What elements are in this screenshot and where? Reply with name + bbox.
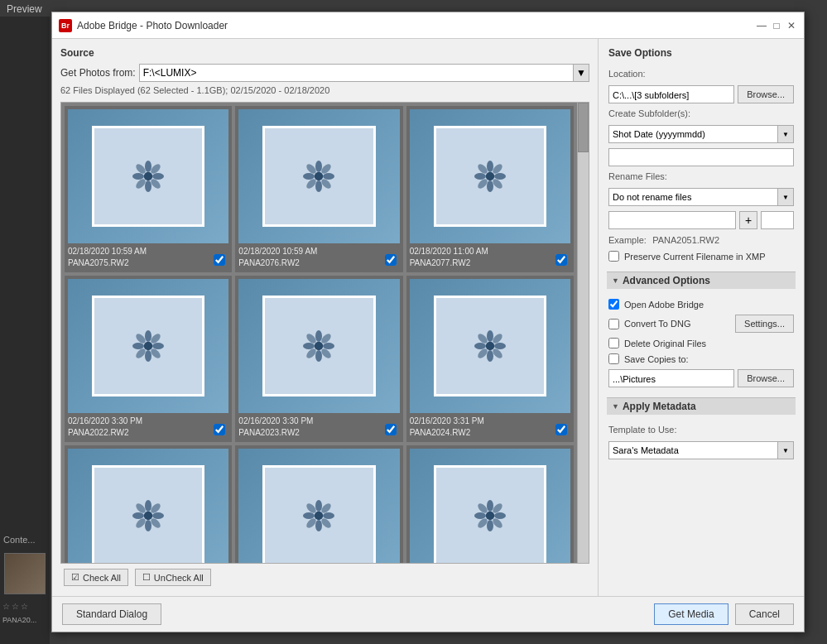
check-all-button[interactable]: ☑ Check All: [64, 569, 128, 586]
svg-point-19: [315, 172, 323, 180]
subfolder-input[interactable]: [608, 148, 794, 166]
flower-svg: [474, 499, 507, 532]
photo-meta: 02/18/2020 10:59 AM PANA2075.RW2: [68, 246, 228, 269]
sidebar-filename: PANA20...: [2, 616, 36, 624]
photo-checkbox[interactable]: [385, 424, 397, 435]
save-copies-path-row: ...\Pictures Browse...: [608, 369, 794, 387]
delete-originals-checkbox[interactable]: [608, 338, 619, 348]
location-path: C:\...\[3 subfolders]: [608, 85, 734, 103]
location-browse-button[interactable]: Browse...: [738, 85, 794, 103]
svg-point-71: [315, 500, 322, 512]
plus-input[interactable]: [761, 211, 794, 229]
svg-point-49: [315, 342, 323, 350]
photo-meta: 02/16/2020 3:30 PM PANA2022.RW2: [68, 416, 228, 439]
photo-meta: 02/18/2020 10:59 AM PANA2076.RW2: [238, 246, 399, 269]
apply-metadata-section: Template to Use: Sara's Metadata ▼: [608, 425, 794, 459]
photo-cell: 02/16/2020 3:30 PM PANA2023.RW2: [235, 276, 402, 442]
rename-text-input[interactable]: [608, 211, 736, 229]
svg-point-23: [474, 173, 486, 180]
sidebar-thumbnail: [4, 553, 46, 594]
save-copies-browse-button[interactable]: Browse...: [738, 369, 794, 387]
restore-button[interactable]: □: [771, 20, 782, 31]
svg-point-62: [145, 520, 151, 531]
photo-filename: PANA2022.RW2: [68, 427, 228, 439]
left-sidebar: Conte... ☆ ☆ ☆ PANA20...: [0, 17, 50, 644]
photo-checkbox[interactable]: [555, 254, 567, 266]
photo-date: 02/16/2020 3:31 PM: [410, 416, 570, 427]
svg-point-34: [152, 343, 164, 349]
example-row: Example: PANA2051.RW2: [608, 234, 794, 246]
advanced-options-section: Open Adobe Bridge Convert To DNG Setting…: [608, 299, 794, 387]
svg-point-82: [487, 520, 493, 531]
flower-svg: [302, 329, 335, 363]
svg-point-33: [132, 343, 144, 349]
uncheck-all-button[interactable]: ☐ UnCheck All: [135, 569, 211, 586]
get-photos-dropdown-arrow[interactable]: ▼: [573, 64, 589, 82]
photo-checkbox[interactable]: [555, 424, 567, 435]
minimize-button[interactable]: —: [756, 20, 767, 31]
photo-cell: 02/16/2020 3:31 PM PANA2024.RW2: [406, 276, 574, 442]
cancel-button[interactable]: Cancel: [735, 603, 794, 625]
photo-checkbox[interactable]: [214, 424, 225, 435]
template-select-wrapper: Sara's Metadata ▼: [608, 441, 794, 459]
dialog-footer: Standard Dialog Get Media Cancel: [52, 596, 804, 632]
photo-inner: [262, 296, 375, 396]
svg-point-59: [486, 342, 494, 350]
photo-inner: [92, 465, 204, 563]
svg-point-11: [315, 161, 322, 172]
example-value: PANA2051.RW2: [652, 235, 719, 245]
photo-cell: 02/18/2020 10:59 AM PANA2075.RW2: [65, 106, 232, 272]
photo-filename: PANA2077.RW2: [410, 257, 570, 269]
footer-right: Get Media Cancel: [654, 603, 794, 625]
left-panel: Source Get Photos from: ▼ 62 Files Displ…: [52, 39, 599, 596]
subfolder-select[interactable]: Shot Date (yyyymmdd): [608, 125, 794, 143]
close-button[interactable]: ✕: [786, 20, 797, 31]
advanced-options-arrow: ▼: [612, 276, 619, 285]
rename-select[interactable]: Do not rename files: [608, 188, 794, 206]
get-photos-input[interactable]: [139, 64, 574, 82]
scroll-thumb[interactable]: [578, 103, 589, 152]
svg-point-64: [152, 512, 164, 519]
rename-select-wrapper: Do not rename files ▼: [608, 188, 794, 206]
svg-point-9: [144, 172, 152, 180]
photo-checkbox[interactable]: [385, 254, 397, 266]
svg-point-4: [152, 173, 164, 180]
photo-inner: [434, 296, 546, 396]
open-bridge-checkbox[interactable]: [608, 299, 619, 310]
svg-point-81: [487, 500, 493, 512]
photo-filename: PANA2024.RW2: [410, 427, 570, 439]
svg-point-22: [487, 180, 493, 192]
open-bridge-label: Open Adobe Bridge: [624, 300, 704, 310]
location-row: C:\...\[3 subfolders] Browse...: [608, 85, 794, 103]
photo-checkbox[interactable]: [214, 254, 225, 266]
preview-label: Preview: [0, 0, 49, 18]
template-select[interactable]: Sara's Metadata: [608, 441, 794, 459]
flower-svg: [132, 329, 165, 363]
photo-downloader-dialog: Br Adobe Bridge - Photo Downloader — □ ✕…: [51, 12, 805, 632]
convert-dng-checkbox[interactable]: [608, 319, 619, 329]
save-options-section: Location: C:\...\[3 subfolders] Browse..…: [608, 69, 794, 262]
photo-filename: PANA2023.RW2: [238, 427, 399, 439]
photo-thumbnail: [238, 109, 399, 243]
photo-inner: [92, 296, 204, 396]
svg-point-72: [315, 520, 322, 531]
plus-button[interactable]: +: [739, 211, 757, 229]
standard-dialog-button[interactable]: Standard Dialog: [62, 603, 161, 625]
photo-cell: 02/18/2020 11:00 AM PANA2077.RW2: [406, 106, 574, 272]
delete-originals-label: Delete Original Files: [624, 339, 706, 348]
photo-date: 02/18/2020 10:59 AM: [238, 246, 399, 257]
photo-meta: 02/16/2020 3:30 PM PANA2023.RW2: [238, 416, 399, 439]
settings-button[interactable]: Settings...: [735, 315, 794, 333]
get-media-button[interactable]: Get Media: [654, 603, 728, 625]
flower-svg: [132, 160, 165, 193]
preserve-filename-checkbox[interactable]: [608, 251, 619, 262]
photo-thumbnail: [68, 449, 228, 563]
save-copies-checkbox[interactable]: [608, 353, 619, 364]
svg-point-42: [315, 350, 322, 362]
save-copies-path: ...\Pictures: [608, 369, 734, 387]
scrollbar[interactable]: [577, 103, 589, 563]
photo-filename: PANA2075.RW2: [68, 257, 228, 269]
photo-cell: 02/18/2020 10:59 AM PANA2076.RW2: [235, 106, 402, 272]
location-label: Location:: [608, 69, 794, 79]
svg-point-53: [474, 343, 486, 349]
